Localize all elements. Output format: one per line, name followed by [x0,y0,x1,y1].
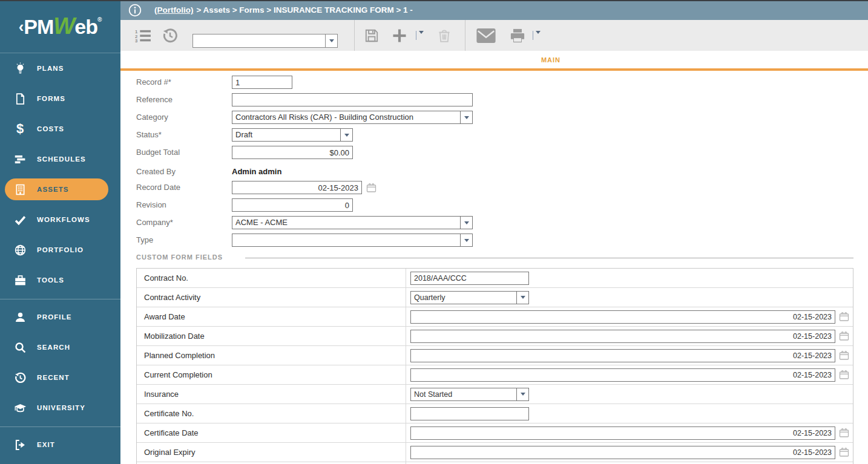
sidebar-item-label: EXIT [37,441,55,448]
numbered-list-icon[interactable]: 123 [134,20,152,51]
sidebar-item-university[interactable]: UNIVERSITY [5,396,108,420]
status-select[interactable]: Draft [232,128,353,142]
sidebar-item-plans[interactable]: PLANS [5,56,108,80]
sidebar-item-profile[interactable]: PROFILE [5,305,108,329]
sidebar-item-label: WORKFLOWS [37,216,90,223]
contract-activity-select[interactable]: Quarterly [410,291,529,304]
person-icon [13,310,27,324]
award-date-input[interactable] [410,310,835,324]
logo-block[interactable]: ‹PMWeb® [0,0,120,53]
field-label: Mobilization Date [137,327,406,345]
chevron-down-icon[interactable] [340,129,352,141]
company-label: Company* [136,216,173,229]
sidebar-item-exit[interactable]: EXIT [5,433,108,457]
sidebar-item-portfolio[interactable]: PORTFOLIO [5,238,108,262]
chevron-down-icon[interactable] [516,292,528,304]
field-label: Contract Activity [137,288,406,307]
main-form-area: Record #* Reference Category Contractors… [120,71,868,464]
toolbar-separator [416,31,416,40]
add-dropdown-caret[interactable] [419,34,424,45]
breadcrumb-bar: (Portfolio)> Assets > Forms > INSURANCE … [120,0,868,20]
add-icon[interactable] [389,20,410,51]
category-label: Category [136,111,168,124]
building-icon [13,183,27,196]
calendar-icon[interactable] [839,428,849,438]
toolbar-separator [533,31,533,40]
calendar-icon[interactable] [839,312,849,322]
mobilization-date-input[interactable] [410,330,835,343]
field-label: Planned Completion [137,346,406,365]
chevron-down-icon[interactable] [516,388,528,400]
custom-fields-table: Contract No. Contract Activity Quarterly… [136,268,853,464]
category-select[interactable]: Contractors All Risks (CAR) - Building C… [232,111,473,124]
table-row: Current Completion [137,365,853,385]
reference-input[interactable] [232,93,473,106]
sidebar-item-costs[interactable]: $ COSTS [5,117,108,141]
table-row: Mobilization Date [137,327,853,346]
chevron-down-icon[interactable] [460,234,472,246]
certificate-date-input[interactable] [410,426,835,440]
record-date-input[interactable] [232,181,362,194]
company-select[interactable]: ACME - ACME [232,216,473,229]
record-selector-combobox[interactable] [192,34,338,48]
delete-icon [434,20,455,51]
sidebar-item-workflows[interactable]: WORKFLOWS [5,207,108,232]
section-divider [245,258,853,258]
sidebar-item-assets[interactable]: ASSETS [5,178,108,200]
certificate-no-input[interactable] [410,407,529,420]
sidebar-divider [0,426,120,427]
history-icon[interactable] [160,20,180,51]
print-icon[interactable] [507,20,528,51]
sidebar-item-search[interactable]: SEARCH [5,335,108,359]
field-label: Certificate No. [137,404,406,423]
table-row: Original Expiry [137,443,853,462]
sidebar-item-label: SCHEDULES [37,155,86,163]
tab-main[interactable]: MAIN [541,56,561,64]
lightbulb-icon [13,62,27,75]
reference-label: Reference [136,93,173,106]
budget-total-input[interactable] [232,146,353,159]
calendar-icon[interactable] [839,447,849,457]
calendar-icon[interactable] [839,350,849,361]
tab-strip: MAIN [120,51,868,68]
calendar-icon[interactable] [366,183,376,193]
chevron-down-icon[interactable] [325,34,337,47]
contract-no-input[interactable] [410,272,529,285]
sidebar-item-forms[interactable]: FORMS [5,87,108,111]
field-label: Contract No. [137,269,406,287]
breadcrumb-portfolio-link[interactable]: (Portfolio) [154,5,193,15]
revision-input[interactable] [232,198,353,212]
insurance-select[interactable]: Not Started [410,388,529,401]
email-icon[interactable] [475,20,497,51]
created-by-label: Created By [136,165,176,178]
sidebar-item-tools[interactable]: TOOLS [5,268,108,292]
print-dropdown-caret[interactable] [536,34,541,45]
info-icon[interactable] [128,4,142,17]
sidebar-item-recent[interactable]: RECENT [5,365,108,390]
field-label: Certificate Date [137,423,406,442]
chevron-down-icon[interactable] [460,217,472,229]
calendar-icon[interactable] [839,331,849,341]
field-label: Current Completion [137,365,406,384]
sidebar-item-label: UNIVERSITY [37,404,85,411]
original-expiry-input[interactable] [410,446,835,459]
type-label: Type [136,234,153,247]
field-label: Insurance [137,385,406,404]
table-row: Contract Activity Quarterly [137,288,853,307]
sidebar-item-schedules[interactable]: SCHEDULES [5,147,108,171]
current-completion-input[interactable] [410,368,835,382]
type-select[interactable] [232,234,473,247]
pmweb-app: ‹PMWeb® PLANS FORMS $ COSTS SCHEDULES [0,0,868,464]
pmweb-logo: ‹PMWeb® [19,13,102,39]
record-selector-input[interactable] [193,34,325,47]
field-label: Award Date [137,307,406,326]
dollar-icon: $ [13,122,27,136]
window-top-edge [0,0,868,1]
record-number-label: Record #* [136,76,171,89]
chevron-down-icon[interactable] [460,111,472,123]
field-label: Original Expiry [137,443,406,462]
calendar-icon[interactable] [839,370,849,380]
record-number-input[interactable] [232,76,292,89]
planned-completion-input[interactable] [410,349,835,362]
save-icon[interactable] [361,20,382,51]
